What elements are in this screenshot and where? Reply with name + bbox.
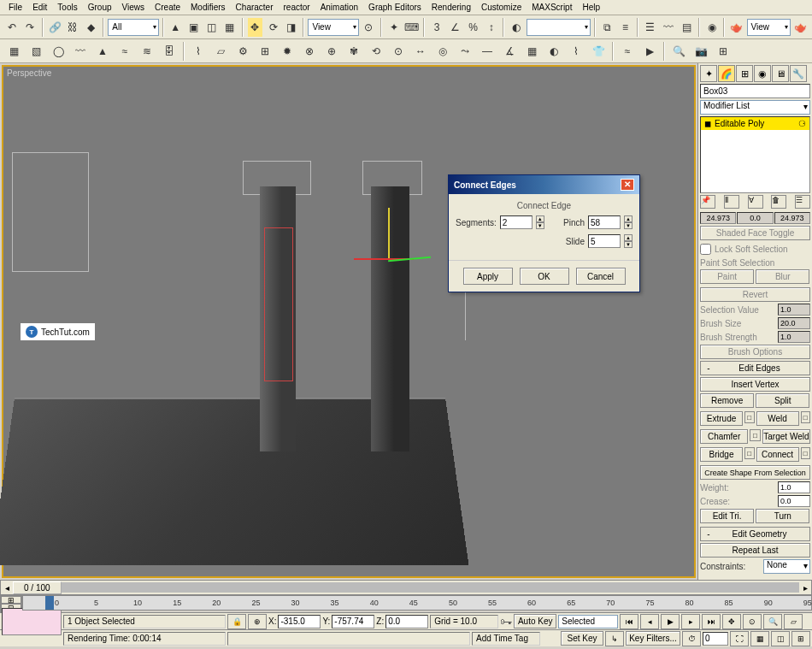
schematic-icon[interactable]: ▤ [679,17,695,38]
chamfer-settings-icon[interactable]: □ [750,429,761,441]
lock-icon[interactable]: 🔒 [227,614,246,629]
remove-button[interactable]: Remove [700,393,754,408]
goto-start-icon[interactable]: ⏮ [620,614,638,629]
hinge-icon[interactable]: ⟲ [366,41,386,62]
scale-icon[interactable]: ◨ [283,17,299,38]
ragdoll-icon[interactable]: ✾ [344,41,364,62]
modify-tab-icon[interactable]: 🌈 [718,65,735,82]
select-name-icon[interactable]: ▣ [185,17,202,38]
create-shape-button[interactable]: Create Shape From Selection [700,465,810,480]
constraints-dropdown[interactable]: None [763,559,810,574]
mirror-icon[interactable]: ⧉ [599,17,615,38]
point-path-icon[interactable]: ⤳ [455,41,475,62]
extrude-button[interactable]: Extrude [700,411,743,426]
nav-arc-icon[interactable]: ⊙ [743,614,762,629]
center-icon[interactable]: ⊙ [361,17,377,38]
nav-pan-icon[interactable]: ✥ [722,614,741,629]
modifier-stack-item[interactable]: ◼ Editable Poly ⚆ [701,117,809,130]
spin-up-icon[interactable]: ▲ [536,215,544,222]
paint-button[interactable]: Paint [700,269,754,284]
show-result-icon[interactable]: Ⅱ [724,195,739,209]
menu-edit[interactable]: Edit [27,1,52,14]
auto-key-button[interactable]: Auto Key [514,614,556,628]
select-icon[interactable]: ▲ [168,17,184,38]
create-tab-icon[interactable]: ✦ [700,65,717,82]
edit-tri-button[interactable]: Edit Tri. [700,509,754,523]
play-icon[interactable]: ▶ [661,614,680,629]
redo-icon[interactable]: ↷ [21,17,38,38]
percent-snap-icon[interactable]: % [465,17,481,38]
shaded-face-toggle-button[interactable]: Shaded Face Toggle [700,226,810,240]
next-frame-icon[interactable]: ▸ [681,614,700,629]
nav-zoom-icon[interactable]: 🔍 [763,614,782,629]
db-icon[interactable]: 🗄 [159,41,179,62]
time-ruler[interactable]: 0510152025303540455055606570758085909510… [22,595,812,611]
blur-button[interactable]: Blur [756,269,809,284]
current-frame-input[interactable] [703,632,728,646]
motion-tab-icon[interactable]: ◉ [754,65,771,82]
water-space-icon[interactable]: ≈ [617,41,638,62]
material-editor-icon[interactable]: ◉ [703,17,720,38]
nav-min-max-icon[interactable]: ⊞ [791,631,810,646]
y-input[interactable] [332,615,374,628]
weight-input[interactable] [778,481,810,493]
bridge-settings-icon[interactable]: □ [744,447,754,459]
goto-end-icon[interactable]: ⏭ [702,614,721,629]
menu-create[interactable]: Create [150,1,185,14]
quick-render-icon[interactable]: 🫖 [792,17,809,38]
manipulate-icon[interactable]: ✦ [385,17,402,38]
brush-options-button[interactable]: Brush Options [700,345,810,359]
selection-filter-dropdown[interactable]: All [108,19,158,36]
modifier-list-dropdown[interactable]: Modifier List [700,100,810,115]
prismatic-icon[interactable]: ↔ [410,41,431,62]
cloth-mod-icon[interactable]: ▦ [521,41,542,62]
unlink-icon[interactable]: ⛓ [65,17,81,38]
rigid-body-icon[interactable]: ▦ [3,41,24,62]
menu-character[interactable]: Character [231,1,279,14]
named-sets-icon[interactable]: ◐ [508,17,524,38]
rope-icon[interactable]: 〰 [70,41,91,62]
slide-input[interactable] [588,234,621,248]
extrude-settings-icon[interactable]: □ [744,411,754,423]
remove-mod-icon[interactable]: 🗑 [771,195,786,209]
align-icon[interactable]: ≡ [617,17,633,38]
move-icon[interactable]: ✥ [247,17,263,38]
cancel-button[interactable]: Cancel [576,268,626,285]
utilities-tab-icon[interactable]: 🔧 [790,65,807,82]
constraint1-icon[interactable]: ⊗ [299,41,320,62]
nav-region-icon[interactable]: ◫ [771,631,790,646]
weld-settings-icon[interactable]: □ [801,411,810,423]
render-view-dropdown[interactable]: View [747,19,791,36]
undo-icon[interactable]: ↶ [3,17,20,38]
wind-icon[interactable]: ≋ [137,41,157,62]
deforming-mesh-icon[interactable]: ▲ [92,41,113,62]
named-selection-dropdown[interactable] [527,19,591,36]
prev-frame-icon[interactable]: ◂ [640,614,659,629]
display-tab-icon[interactable]: 🖥 [772,65,789,82]
segments-input[interactable] [500,215,533,229]
pin-stack-icon[interactable]: 📌 [700,195,715,209]
revert-button[interactable]: Revert [700,287,810,302]
create-anim-icon[interactable]: 📷 [691,41,711,62]
abs-rel-icon[interactable]: ⊕ [248,614,267,629]
menu-rendering[interactable]: Rendering [427,1,476,14]
chamfer-button[interactable]: Chamfer [700,429,748,444]
soft-body-icon[interactable]: ◯ [48,41,68,62]
link-icon[interactable]: 🔗 [47,17,63,38]
nav-fov-icon[interactable]: ▱ [784,614,803,629]
crease-input[interactable] [778,495,810,507]
nav-zoom-ext-icon[interactable]: ⛶ [730,631,749,646]
menu-reactor[interactable]: reactor [279,1,315,14]
menu-customize[interactable]: Customize [476,1,527,14]
script-listener[interactable] [2,608,62,635]
bridge-button[interactable]: Bridge [700,447,743,462]
angle-snap-icon[interactable]: ∠ [447,17,463,38]
track-right-icon[interactable]: ▸ [799,583,811,593]
z-input[interactable] [385,615,428,628]
curve-editor-icon[interactable]: 〰 [660,17,676,38]
modifier-stack[interactable]: ◼ Editable Poly ⚆ [700,116,810,193]
menu-group[interactable]: Group [83,1,117,14]
current-frame-indicator[interactable] [45,596,54,610]
apply-button[interactable]: Apply [463,268,513,285]
viewport[interactable]: Perspective T TechTut.com Connect Edg [2,65,696,578]
